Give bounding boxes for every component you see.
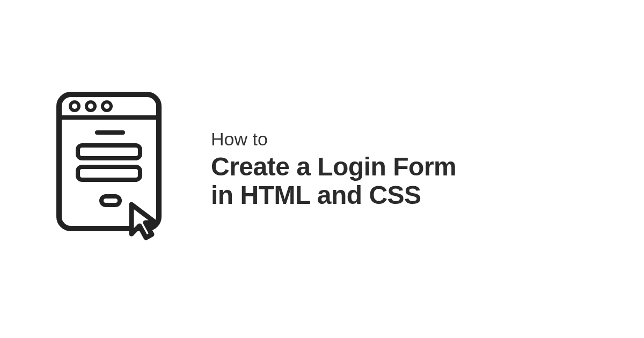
title-headline: Create a Login Form in HTML and CSS	[211, 152, 456, 210]
svg-rect-5	[95, 130, 125, 135]
svg-rect-8	[101, 196, 120, 205]
svg-rect-7	[78, 167, 140, 180]
svg-point-3	[86, 102, 95, 111]
login-form-illustration-icon	[56, 92, 179, 247]
title-prefix: How to	[211, 128, 456, 150]
svg-point-2	[70, 102, 79, 111]
headline-line-2: in HTML and CSS	[211, 181, 421, 209]
svg-rect-6	[78, 145, 140, 158]
svg-point-4	[103, 102, 111, 111]
hero-banner: How to Create a Login Form in HTML and C…	[56, 92, 456, 247]
svg-rect-0	[59, 94, 159, 229]
title-block: How to Create a Login Form in HTML and C…	[211, 128, 456, 210]
headline-line-1: Create a Login Form	[211, 152, 456, 181]
